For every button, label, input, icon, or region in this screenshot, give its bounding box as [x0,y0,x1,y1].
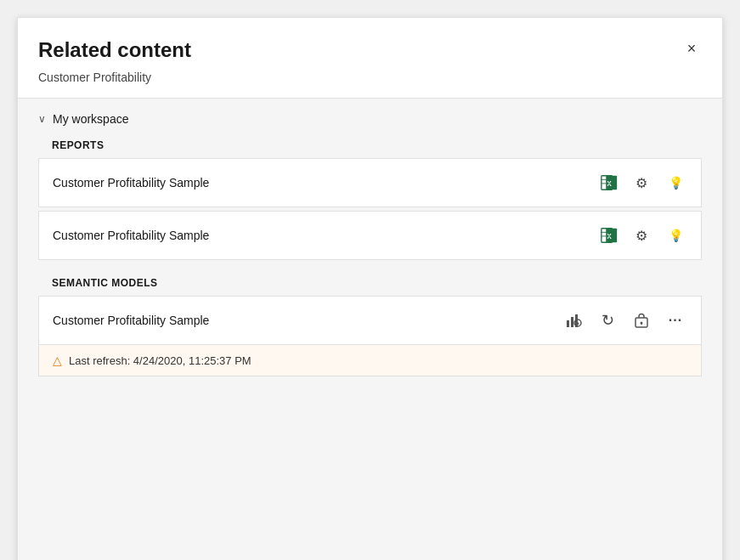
last-refresh-text: Last refresh: 4/24/2020, 11:25:37 PM [69,354,251,367]
reports-section-label: REPORTS [52,139,702,151]
report-item[interactable]: Customer Profitability Sample X [38,158,702,207]
semantic-model-item[interactable]: Customer Profitability Sample ↻ [38,296,702,345]
excel-icon[interactable]: X [599,225,619,246]
security-icon[interactable] [630,308,653,332]
close-button[interactable]: × [678,35,705,62]
panel-title: Related content [38,38,702,62]
svg-rect-12 [567,320,569,327]
related-content-panel: Related content Customer Profitability ×… [17,17,723,560]
lightbulb-icon[interactable]: 💡 [664,171,687,195]
reports-container: REPORTS Customer Profitability Sample X [38,139,702,260]
panel-header: Related content Customer Profitability × [18,18,722,99]
semantic-model-name: Customer Profitability Sample [53,314,209,327]
panel-body: ∨ My workspace REPORTS Customer Profitab… [18,99,722,560]
workspace-label: My workspace [53,112,128,126]
more-options-icon[interactable]: ··· [664,308,687,332]
settings-icon[interactable]: ⚙ [630,223,653,247]
report-item[interactable]: Customer Profitability Sample X [38,211,702,260]
warning-icon: △ [53,354,62,367]
semantic-models-section-label: SEMANTIC MODELS [52,277,702,289]
chevron-down-icon: ∨ [38,113,46,125]
last-refresh-item: △ Last refresh: 4/24/2020, 11:25:37 PM [38,345,702,376]
bar-chart-icon[interactable] [562,308,585,332]
report-item-name: Customer Profitability Sample [53,229,209,242]
svg-rect-13 [571,317,573,327]
workspace-section: ∨ My workspace REPORTS Customer Profitab… [18,99,722,376]
report-item-name: Customer Profitability Sample [53,176,209,189]
semantic-models-container: SEMANTIC MODELS Customer Profitability S… [38,277,702,376]
workspace-toggle[interactable]: ∨ My workspace [38,112,702,126]
panel-subtitle: Customer Profitability [38,71,702,84]
close-icon: × [687,40,697,58]
excel-icon[interactable]: X [599,173,619,193]
report-item-actions: X ⚙ 💡 [599,171,687,195]
refresh-icon[interactable]: ↻ [596,308,619,332]
lightbulb-icon[interactable]: 💡 [664,223,687,247]
semantic-model-actions: ↻ ··· [562,308,687,332]
settings-icon[interactable]: ⚙ [630,171,653,195]
report-item-actions: X ⚙ 💡 [599,223,687,247]
